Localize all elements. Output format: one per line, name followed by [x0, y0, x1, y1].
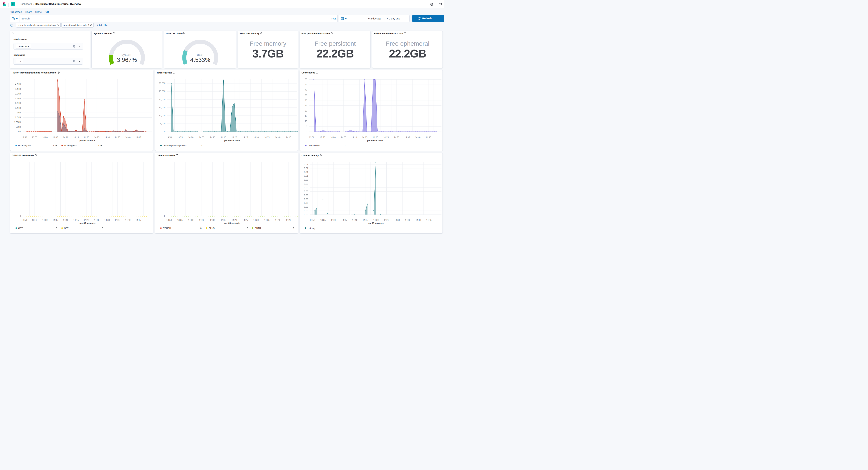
svg-text:14:45: 14:45 [286, 136, 291, 139]
svg-text:14:35: 14:35 [264, 136, 270, 139]
svg-text:14:05: 14:05 [341, 219, 347, 221]
svg-text:14:05: 14:05 [341, 136, 346, 139]
svg-text:1.6B: 1.6B [53, 144, 58, 147]
svg-text:14:20: 14:20 [373, 219, 379, 221]
svg-text:13:55: 13:55 [320, 219, 326, 221]
svg-text:4.9KB: 4.9KB [15, 83, 21, 85]
svg-text:0.00: 0.00 [304, 186, 308, 188]
svg-text:14:25: 14:25 [384, 219, 389, 221]
svg-text:0: 0 [345, 144, 346, 147]
svg-text:Node egress: Node egress [64, 144, 76, 147]
svg-text:14:20: 14:20 [373, 136, 378, 139]
svg-text:14:25: 14:25 [383, 136, 389, 139]
svg-text:Connections: Connections [308, 144, 320, 147]
svg-text:14:20: 14:20 [84, 219, 89, 221]
svg-text:0: 0 [293, 227, 294, 229]
svg-text:13:55: 13:55 [32, 219, 37, 221]
svg-text:13:50: 13:50 [22, 219, 27, 221]
svg-text:15: 15 [305, 115, 307, 117]
svg-text:13:55: 13:55 [177, 219, 183, 221]
svg-text:30: 30 [305, 99, 307, 101]
svg-text:14:30: 14:30 [104, 219, 110, 221]
svg-text:13:50: 13:50 [22, 136, 27, 139]
svg-text:14:15: 14:15 [221, 136, 226, 139]
svg-text:25: 25 [305, 104, 307, 107]
svg-text:TOUCH: TOUCH [163, 227, 171, 229]
svg-text:14:40: 14:40 [125, 136, 130, 139]
svg-text:14:20: 14:20 [231, 136, 237, 139]
svg-text:0.00: 0.00 [304, 206, 308, 208]
svg-text:500B: 500B [16, 125, 21, 128]
svg-text:13:50: 13:50 [310, 219, 315, 221]
svg-text:14:35: 14:35 [404, 136, 410, 139]
svg-text:0.00: 0.00 [304, 213, 308, 216]
svg-text:14:10: 14:10 [210, 219, 215, 221]
svg-text:14:25: 14:25 [242, 136, 248, 139]
svg-text:14:45: 14:45 [135, 136, 141, 139]
svg-text:14:30: 14:30 [395, 219, 400, 221]
svg-text:14:30: 14:30 [253, 219, 259, 221]
svg-text:0: 0 [102, 227, 103, 229]
svg-text:14:15: 14:15 [221, 219, 226, 221]
svg-text:30,000: 30,000 [159, 82, 165, 85]
svg-text:14:05: 14:05 [53, 219, 58, 221]
svg-text:50: 50 [305, 78, 307, 81]
svg-text:14:40: 14:40 [415, 136, 421, 139]
svg-text:14:30: 14:30 [104, 136, 110, 139]
svg-text:35: 35 [305, 94, 307, 96]
svg-text:13:55: 13:55 [319, 136, 325, 139]
svg-text:14:35: 14:35 [115, 136, 120, 139]
svg-text:14:05: 14:05 [199, 136, 204, 139]
svg-text:0: 0 [164, 215, 165, 217]
svg-text:4.4KB: 4.4KB [15, 88, 21, 90]
svg-text:0: 0 [200, 227, 202, 229]
svg-text:0.01: 0.01 [304, 163, 308, 166]
svg-text:per 60 seconds: per 60 seconds [79, 222, 95, 224]
svg-text:2KB: 2KB [17, 111, 21, 114]
svg-text:0.01: 0.01 [304, 167, 308, 169]
svg-text:0.01: 0.01 [304, 171, 308, 173]
svg-text:14:45: 14:45 [135, 219, 141, 221]
svg-text:14:00: 14:00 [188, 136, 193, 139]
svg-text:14:35: 14:35 [405, 219, 410, 221]
svg-text:0: 0 [306, 130, 307, 133]
svg-text:13:50: 13:50 [166, 136, 172, 139]
svg-text:per 60 seconds: per 60 seconds [224, 139, 240, 142]
svg-text:14:20: 14:20 [84, 136, 89, 139]
svg-text:14:10: 14:10 [352, 219, 358, 221]
svg-text:0: 0 [247, 227, 248, 229]
svg-text:20: 20 [305, 110, 307, 112]
svg-text:10,000: 10,000 [159, 114, 165, 117]
svg-text:14:35: 14:35 [264, 219, 270, 221]
svg-text:14:25: 14:25 [94, 219, 99, 221]
svg-text:14:30: 14:30 [253, 136, 259, 139]
svg-text:GET: GET [18, 227, 23, 229]
svg-text:14:15: 14:15 [73, 219, 79, 221]
svg-text:5: 5 [306, 125, 307, 128]
svg-text:0.00: 0.00 [304, 202, 308, 204]
svg-text:14:10: 14:10 [63, 219, 68, 221]
svg-text:FLUSH: FLUSH [209, 227, 216, 229]
svg-text:AUTH: AUTH [255, 227, 261, 229]
svg-text:14:40: 14:40 [125, 219, 130, 221]
svg-text:45: 45 [305, 83, 307, 86]
svg-text:0.00: 0.00 [304, 179, 308, 181]
svg-text:1,000B: 1,000B [14, 121, 21, 123]
svg-text:14:00: 14:00 [330, 136, 336, 139]
svg-text:14:00: 14:00 [331, 219, 336, 221]
svg-text:13:50: 13:50 [166, 219, 172, 221]
svg-text:0.00: 0.00 [304, 190, 308, 193]
svg-text:Node ingress: Node ingress [18, 144, 31, 147]
svg-text:Total requests (ops/sec): Total requests (ops/sec) [163, 144, 186, 147]
svg-text:0.01: 0.01 [304, 175, 308, 177]
svg-text:2.4KB: 2.4KB [15, 107, 21, 109]
svg-text:0.00: 0.00 [304, 182, 308, 185]
svg-text:14:00: 14:00 [42, 136, 48, 139]
svg-text:14:05: 14:05 [199, 219, 204, 221]
svg-text:13:55: 13:55 [177, 136, 183, 139]
svg-text:14:30: 14:30 [394, 136, 399, 139]
svg-text:13:55: 13:55 [32, 136, 37, 139]
svg-text:13:50: 13:50 [309, 136, 314, 139]
svg-text:14:45: 14:45 [426, 136, 431, 139]
svg-text:0.00: 0.00 [304, 194, 308, 197]
